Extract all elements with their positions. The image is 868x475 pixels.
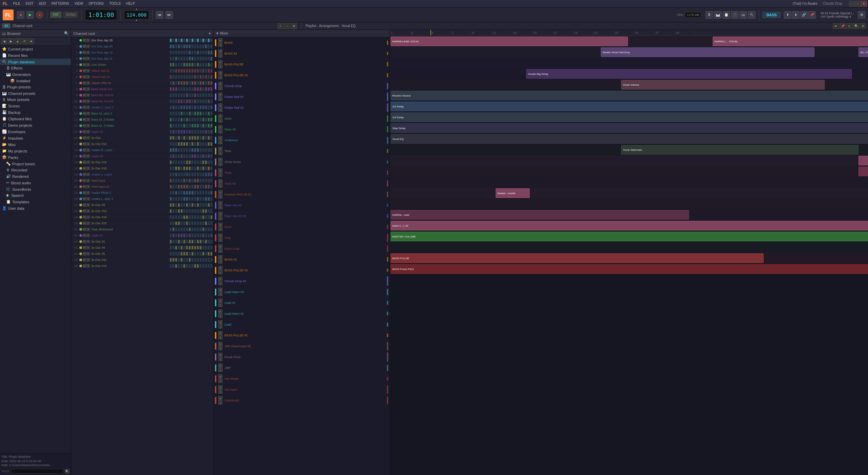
- channel-pad[interactable]: [197, 185, 199, 189]
- ch-mute-btn[interactable]: M: [83, 130, 86, 133]
- ch-mute-btn[interactable]: M: [83, 234, 86, 237]
- channel-pad[interactable]: [208, 148, 210, 152]
- channel-pad[interactable]: [191, 111, 194, 116]
- channel-pad[interactable]: [191, 38, 194, 42]
- ch-mute-btn[interactable]: M: [83, 100, 86, 103]
- ch-mute-btn[interactable]: M: [83, 45, 86, 48]
- channel-led[interactable]: [79, 265, 82, 267]
- ch-solo-btn[interactable]: S: [86, 148, 90, 152]
- channel-led[interactable]: [79, 69, 82, 72]
- ch-solo-btn[interactable]: S: [86, 45, 90, 48]
- browser-item-speech[interactable]: 🗣 Speech: [0, 192, 71, 199]
- mixer-track-row[interactable]: M S Drum Loop: [214, 243, 390, 254]
- channel-pad[interactable]: [205, 75, 207, 79]
- playlist-clip[interactable]: Reverb Volume: [391, 91, 868, 100]
- channel-pad[interactable]: [197, 258, 199, 262]
- channel-pad[interactable]: [178, 142, 180, 146]
- channel-led[interactable]: [79, 234, 82, 237]
- channel-pad[interactable]: [180, 154, 183, 158]
- mixer-mute-btn[interactable]: M: [218, 331, 222, 335]
- channel-pad[interactable]: [199, 99, 202, 103]
- channel-pad[interactable]: [186, 246, 188, 250]
- ch-mute-btn[interactable]: M: [83, 264, 86, 268]
- channel-pad[interactable]: [208, 154, 210, 158]
- mixer-track-row[interactable]: M S Chords Drop #3: [214, 276, 390, 287]
- channel-pad[interactable]: [180, 38, 183, 42]
- channel-pad[interactable]: [186, 118, 188, 122]
- channel-pad[interactable]: [202, 203, 204, 207]
- channel-pad[interactable]: [186, 130, 188, 134]
- channel-pad[interactable]: [189, 124, 191, 128]
- channel-pad[interactable]: [178, 258, 180, 262]
- channel-pad[interactable]: [191, 185, 194, 189]
- browser-item-envelopes[interactable]: 📈 Envelopes: [0, 128, 71, 135]
- add-channel-btn[interactable]: +: [277, 23, 283, 29]
- ch-mute-btn[interactable]: M: [83, 63, 86, 66]
- channel-pad[interactable]: [210, 148, 213, 152]
- mixer-solo-btn[interactable]: S: [218, 314, 222, 318]
- channel-pad[interactable]: [170, 154, 172, 158]
- channel-pad[interactable]: [178, 57, 180, 61]
- channel-pad[interactable]: [208, 50, 210, 55]
- mixer-solo-btn[interactable]: S: [218, 64, 222, 68]
- ch-mute-btn[interactable]: M: [83, 185, 86, 188]
- channel-pad[interactable]: [178, 221, 180, 225]
- channel-pad[interactable]: [205, 227, 207, 231]
- channel-pad[interactable]: [210, 57, 213, 61]
- channel-pad[interactable]: [183, 148, 185, 152]
- ch-mute-btn[interactable]: M: [83, 252, 86, 255]
- channel-pad[interactable]: [170, 130, 172, 134]
- channel-pad[interactable]: [197, 154, 199, 158]
- mixer-mute-btn[interactable]: M: [218, 309, 222, 313]
- mixer-mute-btn[interactable]: M: [218, 103, 222, 107]
- channel-pad[interactable]: [202, 154, 204, 158]
- channel-pad[interactable]: [205, 240, 207, 244]
- tags-search-btn[interactable]: 🔍: [65, 469, 70, 474]
- channel-pad[interactable]: [183, 264, 185, 268]
- channel-pad[interactable]: [208, 197, 210, 201]
- channel-pad[interactable]: [194, 111, 196, 116]
- mixer-solo-btn[interactable]: S: [218, 216, 222, 220]
- ch-mute-btn[interactable]: M: [83, 222, 86, 225]
- channel-pad[interactable]: [186, 185, 188, 189]
- ch-mute-btn[interactable]: M: [83, 136, 86, 140]
- channel-pad[interactable]: [205, 99, 207, 103]
- channel-pad[interactable]: [202, 209, 204, 213]
- channel-pad[interactable]: [199, 264, 202, 268]
- mixer-mute-btn[interactable]: M: [218, 320, 222, 324]
- channel-pad[interactable]: [202, 75, 204, 79]
- channel-pad[interactable]: [205, 246, 207, 250]
- channel-pad[interactable]: [197, 105, 199, 109]
- channel-pad[interactable]: [189, 185, 191, 189]
- channel-pad[interactable]: [172, 99, 175, 103]
- channel-pad[interactable]: [180, 209, 183, 213]
- channel-pad[interactable]: [194, 227, 196, 231]
- mixer-solo-btn[interactable]: S: [218, 43, 222, 47]
- ch-solo-btn[interactable]: S: [86, 94, 90, 97]
- channel-pad[interactable]: [208, 93, 210, 97]
- channel-pad[interactable]: [208, 136, 210, 140]
- channel-pad[interactable]: [194, 93, 196, 97]
- channel-pad[interactable]: [189, 57, 191, 61]
- mixer-solo-btn[interactable]: S: [218, 390, 222, 394]
- browser-refresh-btn[interactable]: ↺: [21, 38, 27, 44]
- channel-pad[interactable]: [210, 240, 213, 244]
- channel-led[interactable]: [79, 76, 82, 78]
- mixer-mute-btn[interactable]: M: [218, 353, 222, 357]
- channel-pad[interactable]: [194, 148, 196, 152]
- channel-pad[interactable]: [178, 99, 180, 103]
- channel-pad[interactable]: [197, 233, 199, 238]
- channel-pad[interactable]: [175, 87, 177, 91]
- all-btn[interactable]: All: [2, 23, 11, 28]
- settings-channel-btn[interactable]: ⚙: [291, 23, 297, 29]
- channel-pad[interactable]: [194, 81, 196, 85]
- channel-pad[interactable]: [172, 197, 175, 201]
- channel-pad[interactable]: [205, 63, 207, 67]
- channel-pad[interactable]: [191, 215, 194, 219]
- mixer-track-row[interactable]: M S ARP: [214, 363, 390, 373]
- playlist-clip[interactable]: Slap Delay: [391, 123, 868, 133]
- playlist-clip[interactable]: Vocal Sidechain: [621, 145, 859, 154]
- channel-pad[interactable]: [202, 57, 204, 61]
- ch-solo-btn[interactable]: S: [86, 69, 90, 73]
- channel-pad[interactable]: [172, 81, 175, 85]
